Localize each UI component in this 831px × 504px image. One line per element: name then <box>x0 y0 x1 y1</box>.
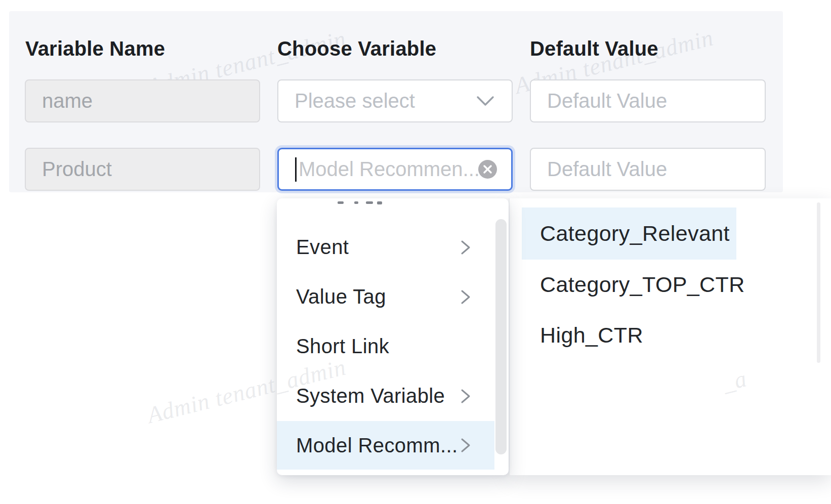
variable-name-field[interactable] <box>25 79 260 122</box>
choose-variable-label: Choose Variable <box>277 38 436 59</box>
clipped-item-remnant <box>277 200 509 205</box>
default-value-field[interactable] <box>530 79 766 122</box>
chevron-right-icon <box>460 289 471 305</box>
clear-icon[interactable] <box>478 160 497 179</box>
default-value-label: Default Value <box>530 38 658 59</box>
combobox-value: Model Recommen... <box>297 158 478 181</box>
menu-item-label: Event <box>277 236 460 259</box>
variable-name-input-row1[interactable] <box>25 79 260 122</box>
chevron-right-icon <box>460 239 471 256</box>
menu-item-label: Short Link <box>277 335 494 358</box>
menu-item-value-tag[interactable]: Value Tag <box>277 272 494 321</box>
submenu-item-high-ctr[interactable]: High_CTR <box>522 310 736 360</box>
variable-name-input-row2[interactable] <box>25 148 260 191</box>
menu-scrollbar-thumb[interactable] <box>495 219 507 454</box>
menu-item-system-variable[interactable]: System Variable <box>277 371 494 421</box>
chevron-right-icon <box>460 388 471 404</box>
default-value-input-row1[interactable] <box>530 79 766 122</box>
menu-item-label: Value Tag <box>277 285 460 308</box>
select-placeholder: Please select <box>278 90 476 112</box>
menu-item-label: Model Recomm... <box>277 434 460 457</box>
submenu-item-label: High_CTR <box>522 323 643 348</box>
submenu-item-label: Category_Relevant <box>522 221 730 246</box>
submenu-item-label: Category_TOP_CTR <box>522 272 745 297</box>
menu-item-short-link[interactable]: Short Link <box>277 322 494 371</box>
submenu-scrollbar-thumb[interactable] <box>817 202 820 363</box>
default-value-input-row2[interactable] <box>530 148 766 191</box>
cascader-menu-panel: Event Value Tag Short Link System Variab… <box>277 198 509 475</box>
submenu-item-category-top-ctr[interactable]: Category_TOP_CTR <box>522 259 736 310</box>
menu-item-label: System Variable <box>277 385 460 407</box>
cascader-submenu-panel: Category_Relevant Category_TOP_CTR High_… <box>509 198 831 475</box>
chevron-right-icon <box>460 437 471 453</box>
choose-variable-select-row1[interactable]: Please select <box>277 79 513 122</box>
default-value-field[interactable] <box>530 148 766 191</box>
submenu-item-category-relevant[interactable]: Category_Relevant <box>522 207 736 260</box>
screen: Admin tenant_admin Admin tenant_admin Va… <box>0 0 831 504</box>
choose-variable-combobox-focused[interactable]: Model Recommen... <box>277 148 513 191</box>
variable-name-field[interactable] <box>25 148 260 191</box>
menu-item-model-recommend[interactable]: Model Recomm... <box>277 421 494 470</box>
chevron-down-icon <box>476 95 494 107</box>
menu-item-event[interactable]: Event <box>277 223 494 272</box>
variable-name-label: Variable Name <box>25 38 165 59</box>
